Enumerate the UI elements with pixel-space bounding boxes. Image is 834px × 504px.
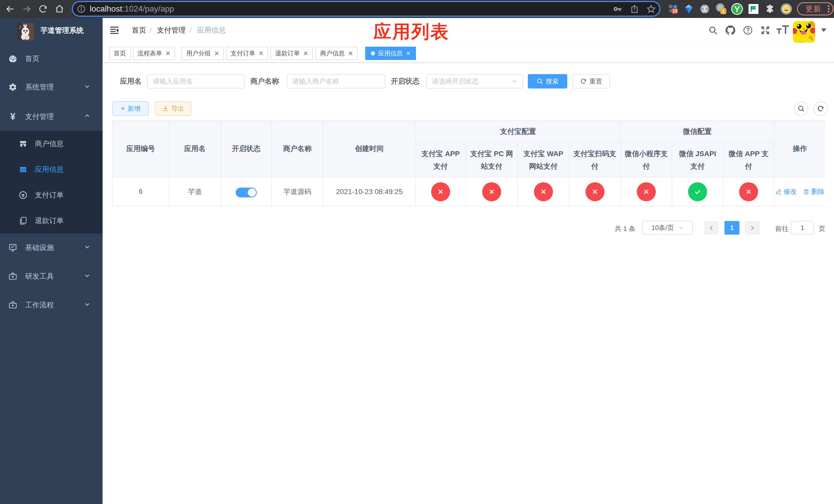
svg-text:1: 1 bbox=[722, 8, 724, 14]
svg-text:10: 10 bbox=[673, 8, 678, 14]
